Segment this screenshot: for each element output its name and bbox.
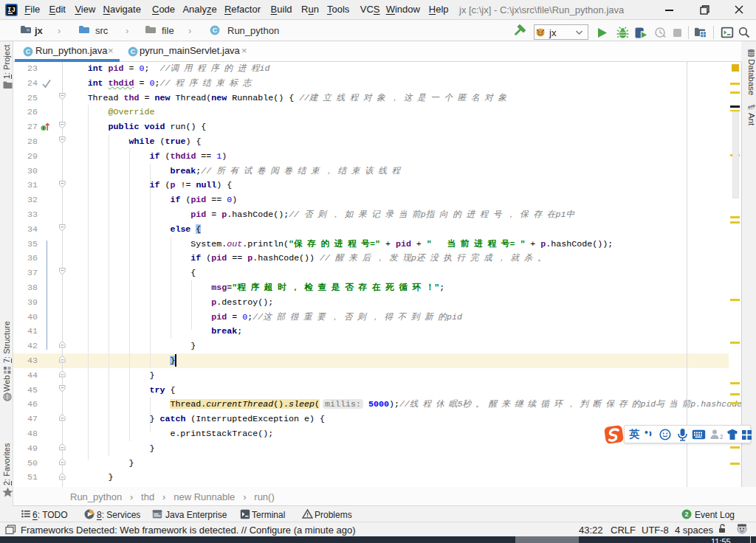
svg-text:2: 2 [684, 511, 688, 518]
svg-text:IJ: IJ [7, 7, 16, 14]
svg-text:C: C [131, 48, 136, 55]
svg-text:C: C [26, 48, 31, 55]
svg-text:C: C [213, 27, 218, 34]
svg-text:2: 2 [720, 433, 723, 440]
